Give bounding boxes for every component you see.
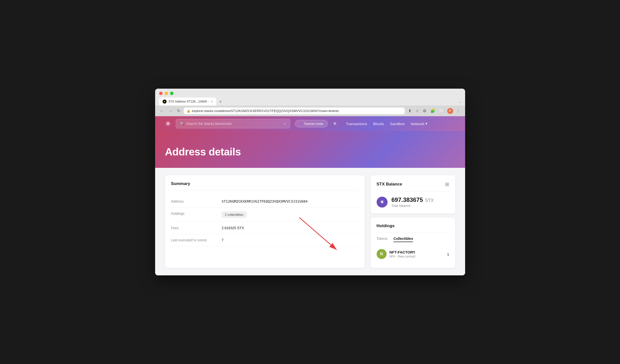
menu-button[interactable]: ⋮ <box>455 108 461 114</box>
transactions-link[interactable]: Transactions <box>346 122 367 126</box>
extensions-button[interactable]: ⚙ <box>422 108 427 114</box>
balance-card-title: STX Balance <box>377 182 402 187</box>
testnet-icon: ⚗ <box>299 122 303 126</box>
nav-links: Transactions Blocks Sandbox Network ▾ <box>346 121 428 126</box>
nonce-row: Last executed tx nonce 7 <box>171 234 359 246</box>
tab-close-button[interactable]: × <box>211 100 213 104</box>
active-tab[interactable]: ⚡ STX Address ST12K...1S604 - × <box>159 98 216 106</box>
balance-label: Total balance <box>392 204 434 208</box>
nft-count: 1 <box>447 252 449 256</box>
search-input[interactable]: Search the Stacks blockchain <box>186 122 282 126</box>
theme-toggle-button[interactable]: ☀ <box>333 121 337 127</box>
balance-content: ✳ 697.383675 STX Total balance <box>377 196 449 208</box>
url-text: explorer.stacks.co/address/ST12KGMZCKXER… <box>192 109 339 113</box>
minimize-button[interactable] <box>165 92 168 95</box>
fees-row: Fees 2.616325 STX <box>171 222 359 234</box>
summary-card: Summary Address ST12KGMZCKXERR1VG1TFEQQZ… <box>165 175 365 268</box>
tab-bar: ⚡ STX Address ST12K...1S604 - × + ˅ <box>159 98 461 106</box>
holdings-row: Holdings 2 collectibles <box>171 208 359 222</box>
holdings-tabs: Tokens Collectibles <box>377 237 449 242</box>
share-button[interactable]: ⬆ <box>407 108 412 114</box>
network-link[interactable]: Network ▾ <box>411 121 427 126</box>
address-value: ST12KGMZCKXERR1VG1TFEQQZ3VQXSMVVC3J31S60… <box>222 199 308 203</box>
address-row: Address ST12KGMZCKXERR1VG1TFEQQZ3VQXSMVV… <box>171 195 359 208</box>
holdings-badge: 2 collectibles <box>222 212 247 218</box>
traffic-lights <box>159 92 461 95</box>
nft-sub: NFA · View contract <box>390 255 444 258</box>
back-button[interactable]: ← <box>159 108 165 114</box>
sandbox-link[interactable]: Sandbox <box>390 122 405 126</box>
summary-card-title: Summary <box>171 181 359 190</box>
app-content: ✳ 🔍 Search the Stacks blockchain × ⚗ Tes… <box>155 116 465 275</box>
view-contract-link[interactable]: View contract <box>398 255 415 258</box>
address-label: Address <box>171 199 216 203</box>
blocks-link[interactable]: Blocks <box>373 122 384 126</box>
stacks-logo: ✳ <box>165 120 171 128</box>
nft-avatar: N <box>377 249 387 259</box>
balance-unit: STX <box>425 198 434 203</box>
browser-window: ⚡ STX Address ST12K...1S604 - × + ˅ ← → … <box>155 89 465 275</box>
search-icon: 🔍 <box>180 122 184 126</box>
close-button[interactable] <box>159 92 163 95</box>
balance-header: STX Balance ⊞ <box>377 181 449 191</box>
holdings-label: Holdings <box>171 212 216 216</box>
puzzle-button[interactable]: 🧩 <box>429 108 436 114</box>
stx-icon: ✳ <box>377 197 388 208</box>
maximize-button[interactable] <box>170 92 174 95</box>
tab-title: STX Address ST12K...1S604 - <box>169 100 209 103</box>
stx-balance-card: STX Balance ⊞ ✳ 697.383675 STX Total bal… <box>371 175 455 214</box>
testnet-label: Testnet mode <box>304 122 323 126</box>
reload-button[interactable]: ↻ <box>176 108 181 114</box>
search-bar[interactable]: 🔍 Search the Stacks blockchain × <box>176 119 290 128</box>
new-tab-button[interactable]: + <box>217 98 224 106</box>
qr-icon[interactable]: ⊞ <box>445 181 449 187</box>
tab-favicon: ⚡ <box>163 100 167 104</box>
address-bar: ← → ↻ 🔒 explorer.stacks.co/address/ST12K… <box>155 106 465 116</box>
holdings-card-title: Holdings <box>377 223 449 233</box>
fees-value: 2.616325 STX <box>222 226 244 230</box>
sidebar-button[interactable]: ⬜ <box>438 108 445 114</box>
tab-expand-icon[interactable]: ˅ <box>459 102 461 106</box>
profile-button[interactable]: F <box>447 108 453 114</box>
bookmark-button[interactable]: ☆ <box>414 108 420 114</box>
address-input[interactable]: 🔒 explorer.stacks.co/address/ST12KGMZCKX… <box>184 108 405 114</box>
nft-ticker: NFA <box>390 255 395 258</box>
browser-chrome: ⚡ STX Address ST12K...1S604 - × + ˅ <box>155 89 465 106</box>
holdings-card: Holdings Tokens Collectibles N NFT-FACTO… <box>371 218 455 268</box>
search-clear-button[interactable]: × <box>284 122 286 126</box>
balance-amount: 697.383675 <box>392 196 423 203</box>
fees-label: Fees <box>171 226 216 230</box>
lock-icon: 🔒 <box>187 109 190 113</box>
browser-actions: ⬆ ☆ ⚙ 🧩 ⬜ F ⋮ <box>407 108 461 114</box>
main-content: Summary Address ST12KGMZCKXERR1VG1TFEQQZ… <box>155 168 465 275</box>
right-panel: STX Balance ⊞ ✳ 697.383675 STX Total bal… <box>371 175 455 268</box>
tokens-tab[interactable]: Tokens <box>377 237 388 242</box>
nft-name: NFT-FACTORY <box>390 250 444 254</box>
network-label: Network <box>411 122 424 126</box>
network-chevron-icon: ▾ <box>425 121 427 126</box>
nonce-label: Last executed tx nonce <box>171 238 216 242</box>
nft-info: NFT-FACTORY NFA · View contract <box>390 250 444 258</box>
nft-row: N NFT-FACTORY NFA · View contract 1 <box>377 246 449 262</box>
forward-button[interactable]: → <box>168 108 174 114</box>
collectibles-tab[interactable]: Collectibles <box>394 237 413 242</box>
nonce-value: 7 <box>222 238 224 242</box>
page-title: Address details <box>165 146 455 158</box>
app-header: ✳ 🔍 Search the Stacks blockchain × ⚗ Tes… <box>155 116 465 131</box>
testnet-badge[interactable]: ⚗ Testnet mode <box>295 120 328 127</box>
